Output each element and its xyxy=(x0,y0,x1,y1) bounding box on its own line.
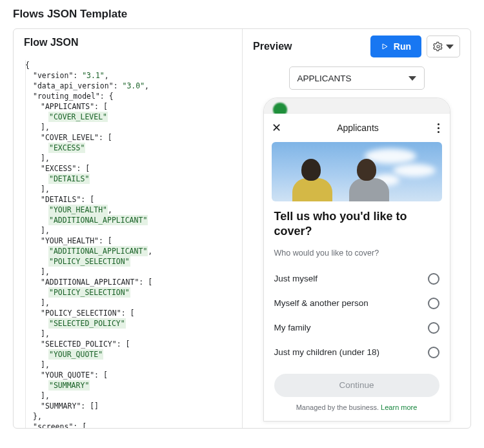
screen-title: Applicants xyxy=(337,123,379,133)
svg-point-1 xyxy=(437,45,439,48)
gear-icon xyxy=(433,41,443,52)
settings-button[interactable] xyxy=(427,36,460,57)
radio-icon xyxy=(428,347,439,358)
option-label: My family xyxy=(274,323,311,332)
option-label: Just myself xyxy=(274,274,318,283)
svg-marker-0 xyxy=(383,44,387,49)
managed-by: Managed by the business. Learn more xyxy=(264,403,450,418)
radio-icon xyxy=(428,298,439,309)
radio-option[interactable]: My family xyxy=(264,316,450,340)
prompt-sub: Who would you like to cover? xyxy=(264,249,450,267)
caret-down-icon xyxy=(408,76,416,81)
hero-image xyxy=(272,142,442,201)
learn-more-link[interactable]: Learn more xyxy=(381,403,417,411)
preview-header: Preview xyxy=(253,41,292,52)
option-label: Myself & another person xyxy=(274,298,368,308)
flow-json-header: Flow JSON xyxy=(14,29,242,56)
radio-icon xyxy=(428,273,439,285)
kebab-icon[interactable] xyxy=(435,121,442,136)
radio-option[interactable]: Myself & another person xyxy=(264,291,450,316)
radio-option[interactable]: Just myself xyxy=(264,267,450,291)
phone-preview: ✕ Applicants Tell us who you'd like to c… xyxy=(263,97,450,422)
json-editor[interactable]: {"version": "3.1","data_api_version": "3… xyxy=(14,56,242,428)
radio-icon xyxy=(428,322,439,334)
screen-dropdown[interactable]: APPLICANTS xyxy=(289,66,425,90)
radio-option[interactable]: Just my children (under 18) xyxy=(264,340,450,365)
caret-down-icon xyxy=(446,45,454,49)
page-title: Flows JSON Template xyxy=(13,0,471,28)
continue-button[interactable]: Continue xyxy=(274,374,439,397)
option-label: Just my children (under 18) xyxy=(274,347,380,357)
run-button[interactable]: Run xyxy=(370,36,421,57)
close-icon[interactable]: ✕ xyxy=(272,121,281,135)
play-icon xyxy=(381,43,388,50)
prompt-heading: Tell us who you'd like to cover? xyxy=(264,209,450,249)
